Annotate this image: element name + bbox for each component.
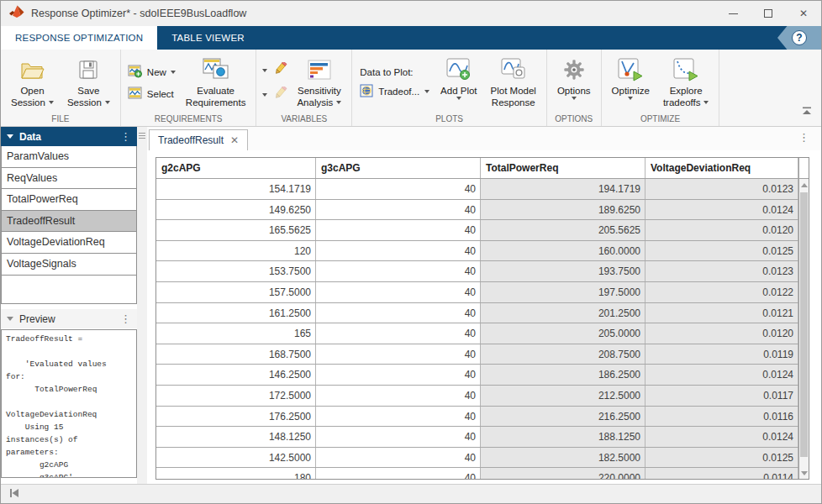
tab-tradeoffresult[interactable]: TradeoffResult ✕ <box>149 129 248 150</box>
table-cell[interactable]: 40 <box>316 200 481 220</box>
table-cell: 0.0124 <box>645 200 798 220</box>
scroll-down-icon[interactable] <box>799 467 809 479</box>
new-requirement-label: New <box>147 67 166 77</box>
table-cell[interactable]: 40 <box>316 282 481 302</box>
panel-menu-icon[interactable]: ⋮ <box>120 131 131 142</box>
close-tab-icon[interactable]: ✕ <box>230 134 239 146</box>
column-header[interactable]: TotalPowerReq <box>481 158 645 178</box>
table-cell[interactable]: 165.5625 <box>156 220 316 240</box>
group-file: Open Session Save Session <box>1 50 121 126</box>
table-cell[interactable]: 176.2500 <box>156 407 316 427</box>
table-cell[interactable]: 40 <box>316 261 481 281</box>
table-cell[interactable]: 40 <box>316 303 481 323</box>
minimize-button[interactable] <box>715 1 751 26</box>
table-cell: 0.0123 <box>645 179 798 199</box>
options-label: Options <box>557 85 591 97</box>
table-cell[interactable]: 40 <box>316 241 481 261</box>
save-session-button[interactable]: Save Session <box>61 52 116 113</box>
new-requirement-button[interactable]: New <box>128 65 176 80</box>
sensitivity-analysis-button[interactable]: Sensitivity Analysis <box>291 52 347 113</box>
data-panel-header[interactable]: Data ⋮ <box>1 127 137 146</box>
pencil-faded-icon <box>272 87 287 103</box>
vertical-scrollbar[interactable] <box>798 158 809 479</box>
column-header[interactable]: VoltageDeviationReq <box>645 158 798 178</box>
preview-panel-header[interactable]: Preview ⋮ <box>1 309 137 328</box>
data-to-plot-dropdown[interactable]: Tradeof... <box>360 84 429 99</box>
tab-table-viewer[interactable]: TABLE VIEWER <box>157 26 259 50</box>
panel-menu-icon[interactable]: ⋮ <box>120 313 131 324</box>
sidebar-splitter[interactable] <box>137 127 147 484</box>
table-cell[interactable]: 40 <box>316 427 481 447</box>
table-cell[interactable]: 161.2500 <box>156 303 316 323</box>
group-requirements: New Select <box>121 50 257 126</box>
scroll-up-icon[interactable] <box>799 179 809 191</box>
table-cell[interactable]: 172.5000 <box>156 386 316 406</box>
help-icon: ? <box>792 30 807 45</box>
table-cell[interactable]: 142.5000 <box>156 448 316 468</box>
table-cell: 212.5000 <box>481 386 645 406</box>
open-session-button[interactable]: Open Session <box>5 52 60 113</box>
table-cell[interactable]: 40 <box>316 407 481 427</box>
chevron-down-icon <box>105 101 110 104</box>
close-button[interactable]: ✕ <box>786 1 821 26</box>
table-cell: 186.2500 <box>481 365 645 385</box>
plot-model-response-button[interactable]: Plot Model Response <box>485 52 542 113</box>
table-cell[interactable]: 180 <box>156 468 316 480</box>
data-item[interactable]: TotalPowerReq <box>2 189 136 211</box>
data-item[interactable]: ReqValues <box>2 168 136 190</box>
edit-variable-button[interactable] <box>262 62 287 79</box>
document-menu-icon[interactable]: ⋮ <box>798 132 809 143</box>
table-cell[interactable]: 40 <box>316 179 481 199</box>
scrollbar-thumb[interactable] <box>800 192 808 457</box>
table-cell[interactable]: 146.2500 <box>156 365 316 385</box>
open-session-label-1: Open <box>20 85 44 97</box>
data-item[interactable]: ParamValues <box>2 146 136 168</box>
optimize-label: Optimize <box>612 85 650 97</box>
sensitivity-analysis-icon <box>307 55 332 85</box>
explore-tradeoffs-label-2: tradeoffs <box>663 97 701 108</box>
table-cell[interactable]: 168.7500 <box>156 344 316 365</box>
table-cell: 220.0000 <box>481 468 645 480</box>
table-cell[interactable]: 148.1250 <box>156 427 316 447</box>
help-button[interactable]: ? <box>777 26 821 50</box>
table-row: 146.250040186.25000.0124 <box>156 365 798 386</box>
table-row: 161.250040201.25000.0121 <box>156 303 798 324</box>
plot-model-response-label-2: Response <box>492 97 535 108</box>
table-cell[interactable]: 165 <box>156 323 316 344</box>
tab-response-optimization[interactable]: RESPONSE OPTIMIZATION <box>1 26 157 50</box>
column-header[interactable]: g2cAPG <box>156 158 316 178</box>
data-to-plot-label: Data to Plot: <box>360 67 429 77</box>
evaluate-requirements-button[interactable]: Evaluate Requirements <box>180 52 252 113</box>
chevron-down-icon <box>703 101 709 104</box>
skip-to-start-icon[interactable] <box>8 487 21 502</box>
table-cell[interactable]: 154.1719 <box>156 179 316 199</box>
table-cell[interactable]: 149.6250 <box>156 200 316 220</box>
maximize-button[interactable] <box>751 1 786 26</box>
data-item[interactable]: TradeoffResult <box>2 211 136 233</box>
table-cell[interactable]: 40 <box>316 220 481 240</box>
add-plot-button[interactable]: Add Plot <box>435 52 482 113</box>
select-requirement-button[interactable]: Select <box>128 87 176 102</box>
table-cell[interactable]: 157.5000 <box>156 282 316 302</box>
edit-variable-secondary-button[interactable] <box>262 87 287 103</box>
optimize-button[interactable]: Optimize <box>606 52 656 113</box>
table-cell[interactable]: 40 <box>316 448 481 468</box>
column-header[interactable]: g3cAPG <box>316 158 481 178</box>
table-cell[interactable]: 153.7500 <box>156 261 316 281</box>
explore-tradeoffs-button[interactable]: Explore tradeoffs <box>657 52 715 113</box>
table-cell[interactable]: 40 <box>316 344 481 365</box>
table-cell[interactable]: 40 <box>316 323 481 344</box>
data-item[interactable]: VoltageDeviationReq <box>2 232 136 254</box>
table-cell: 182.5000 <box>481 448 645 468</box>
scrollbar-track[interactable] <box>799 179 809 479</box>
collapse-toolstrip-button[interactable] <box>801 104 813 119</box>
data-item[interactable]: VoltageSignals <box>2 254 136 276</box>
table-cell[interactable]: 40 <box>316 386 481 406</box>
collapse-panel-icon <box>7 317 13 321</box>
table-cell[interactable]: 40 <box>316 365 481 385</box>
toolstrip: Open Session Save Session <box>1 50 821 127</box>
options-button[interactable]: Options <box>551 52 597 113</box>
table-cell[interactable]: 40 <box>316 468 481 480</box>
table-cell[interactable]: 120 <box>156 241 316 261</box>
table-row: 16540205.00000.0120 <box>156 323 798 344</box>
